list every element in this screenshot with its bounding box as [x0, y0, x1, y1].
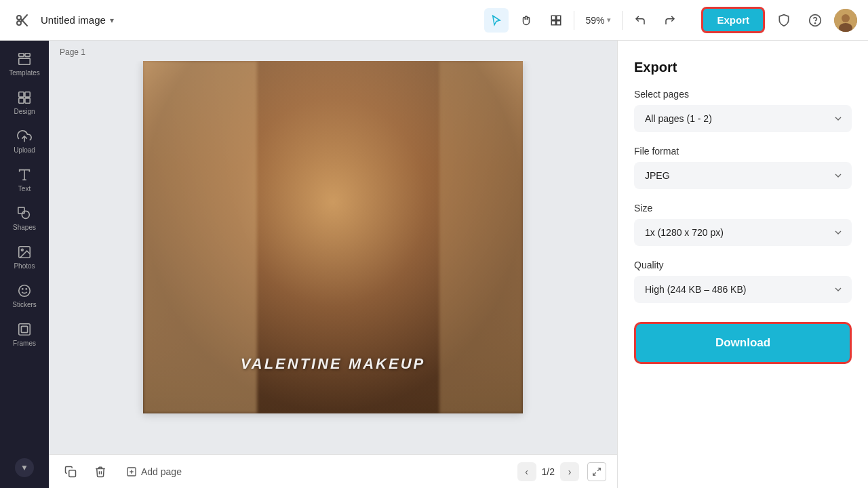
svg-rect-15 [19, 58, 31, 64]
svg-line-37 [593, 472, 596, 475]
svg-point-27 [19, 285, 31, 297]
topbar-right: Export [701, 7, 857, 33]
app-logo [11, 9, 33, 31]
svg-rect-13 [19, 54, 24, 57]
redo-button[interactable] [658, 8, 682, 33]
quality-section: Quality High (244 KB – 486 KB) Medium Lo… [634, 260, 852, 303]
toolbar-divider [574, 11, 574, 30]
svg-point-11 [842, 14, 850, 22]
help-button[interactable] [803, 8, 827, 33]
export-button[interactable]: Export [701, 7, 765, 33]
svg-rect-32 [69, 470, 76, 476]
sidebar-label-stickers: Stickers [12, 301, 37, 308]
download-button[interactable]: Download [634, 322, 852, 364]
zoom-control[interactable]: 59% ▾ [580, 11, 616, 30]
title-chevron-icon: ▾ [110, 16, 114, 25]
page-nav: ‹ 1/2 › [517, 462, 579, 481]
shield-icon-button[interactable] [772, 8, 796, 33]
topbar: Untitled image ▾ 59% ▾ Export [0, 0, 868, 41]
export-panel: Export Select pages All pages (1 - 2) Pa… [617, 41, 868, 488]
sidebar-item-upload[interactable]: Upload [3, 123, 46, 159]
svg-rect-4 [552, 16, 556, 20]
delete-page-button[interactable] [90, 461, 111, 483]
undo-button[interactable] [628, 8, 652, 33]
svg-rect-16 [19, 92, 24, 97]
sidebar-item-stickers[interactable]: Stickers [3, 278, 46, 314]
document-title-group[interactable]: Untitled image ▾ [41, 14, 114, 26]
svg-rect-17 [25, 92, 30, 97]
sidebar-label-shapes: Shapes [13, 224, 36, 231]
select-pages-label: Select pages [634, 89, 852, 100]
add-page-label: Add page [141, 466, 182, 477]
svg-rect-31 [21, 326, 27, 332]
file-format-dropdown[interactable]: JPEG PNG PDF SVG GIF [634, 162, 852, 189]
sidebar-label-text: Text [18, 185, 31, 192]
file-format-label: File format [634, 146, 852, 157]
svg-rect-18 [19, 98, 24, 103]
canvas-frame: VALENTINE MAKEUP [143, 61, 523, 413]
hand-tool-button[interactable] [514, 8, 538, 33]
pages-tool-button[interactable] [544, 8, 568, 33]
toolbar-tools: 59% ▾ [484, 8, 682, 33]
size-section: Size 1x (868 x 488 px) 2x (2560 x 1440 … [634, 203, 852, 246]
main-area: Templates Design Upload [0, 41, 868, 488]
select-pages-section: Select pages All pages (1 - 2) Page 1 Pa… [634, 89, 852, 132]
toolbar-divider2 [622, 11, 623, 30]
size-label: Size [634, 203, 852, 214]
sidebar-item-frames[interactable]: Frames [3, 317, 46, 352]
sidebar-label-photos: Photos [14, 262, 35, 270]
sidebar-item-shapes[interactable]: Shapes [3, 201, 46, 237]
document-title: Untitled image [41, 14, 106, 26]
select-tool-button[interactable] [484, 8, 509, 33]
svg-rect-24 [18, 207, 24, 214]
sidebar-item-text[interactable]: Text [3, 162, 46, 198]
sidebar-label-design: Design [14, 108, 35, 115]
canvas-scroll[interactable]: VALENTINE MAKEUP [49, 61, 617, 454]
sidebar-label-upload: Upload [14, 146, 35, 154]
sidebar-bottom: ▼ [15, 453, 34, 483]
svg-rect-7 [557, 20, 561, 24]
canvas-area: Page 1 VALENTINE MAKEUP Add page [49, 41, 617, 488]
canvas-bottom-bar: Add page ‹ 1/2 › [49, 454, 617, 488]
sidebar-collapse-button[interactable]: ▼ [15, 458, 34, 477]
export-panel-title: Export [634, 60, 852, 75]
sidebar-item-design[interactable]: Design [3, 85, 46, 121]
sidebar: Templates Design Upload [0, 41, 49, 488]
svg-line-3 [21, 15, 28, 22]
svg-rect-14 [25, 54, 30, 57]
canvas-text-overlay: VALENTINE MAKEUP [241, 355, 426, 373]
next-page-button[interactable]: › [560, 462, 579, 481]
size-dropdown[interactable]: 1x (868 x 488 px) 2x (2560 x 1440 px) 0… [634, 219, 852, 246]
zoom-chevron-icon: ▾ [607, 16, 611, 24]
svg-rect-19 [25, 98, 30, 103]
page-label: Page 1 [49, 41, 617, 61]
svg-rect-6 [552, 20, 556, 24]
svg-point-26 [21, 249, 23, 251]
file-format-section: File format JPEG PNG PDF SVG GIF [634, 146, 852, 189]
svg-line-36 [597, 468, 600, 470]
duplicate-page-button[interactable] [60, 461, 81, 483]
sidebar-item-photos[interactable]: Photos [3, 239, 46, 275]
sidebar-item-templates[interactable]: Templates [3, 46, 46, 82]
quality-label: Quality [634, 260, 852, 270]
user-avatar[interactable] [834, 9, 857, 32]
add-page-button[interactable]: Add page [119, 462, 189, 481]
zoom-level: 59% [585, 15, 604, 26]
svg-line-2 [21, 18, 28, 26]
quality-dropdown[interactable]: High (244 KB – 486 KB) Medium Low [634, 276, 852, 303]
sidebar-label-templates: Templates [9, 69, 40, 77]
expand-view-button[interactable] [587, 462, 606, 481]
svg-rect-5 [557, 16, 561, 20]
select-pages-dropdown[interactable]: All pages (1 - 2) Page 1 Page 2 [634, 105, 852, 132]
sidebar-label-frames: Frames [13, 340, 36, 347]
prev-page-button[interactable]: ‹ [517, 462, 536, 481]
svg-rect-30 [19, 324, 31, 336]
svg-point-23 [22, 211, 29, 218]
page-indicator: 1/2 [542, 466, 555, 477]
